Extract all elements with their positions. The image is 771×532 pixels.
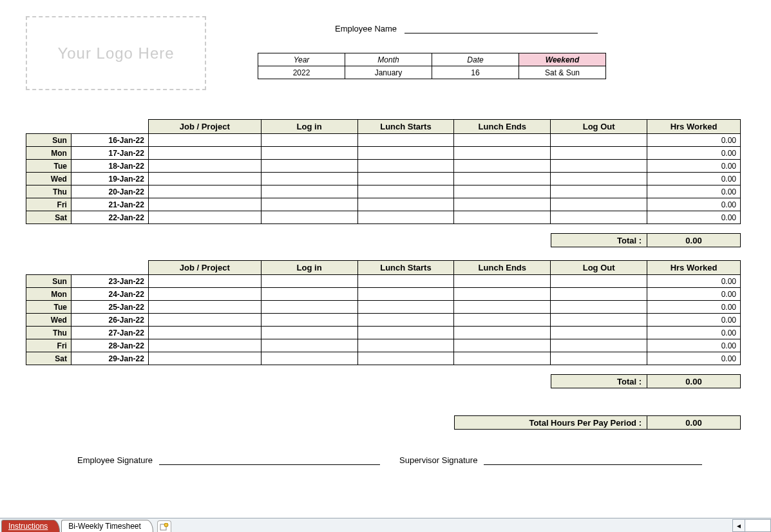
chevron-left-icon: ◄ [736, 522, 742, 529]
job-cell[interactable] [148, 314, 261, 327]
lunch-end-cell[interactable] [454, 134, 551, 147]
lunch-end-cell[interactable] [454, 314, 551, 327]
logo-placeholder: Your Logo Here [26, 16, 206, 90]
lunch-end-cell[interactable] [454, 327, 551, 339]
new-sheet-icon [160, 523, 169, 531]
logout-cell[interactable] [551, 173, 647, 185]
logout-cell[interactable] [551, 301, 647, 314]
table-row: Wed19-Jan-220.00 [26, 173, 741, 185]
job-cell[interactable] [148, 288, 261, 301]
logout-cell[interactable] [551, 147, 647, 160]
lunch-end-cell[interactable] [454, 275, 551, 288]
lunch-end-cell[interactable] [454, 352, 551, 365]
scroll-left-button[interactable]: ◄ [732, 519, 745, 532]
employee-signature-label: Employee Signature [77, 455, 153, 465]
job-cell[interactable] [148, 211, 261, 224]
logout-cell[interactable] [551, 275, 647, 288]
lunch-end-cell[interactable] [454, 173, 551, 185]
lunch-start-cell[interactable] [357, 301, 454, 314]
lunch-start-cell[interactable] [357, 185, 454, 198]
login-cell[interactable] [261, 301, 357, 314]
hrs-worked-cell: 0.00 [647, 288, 741, 301]
login-cell[interactable] [261, 275, 357, 288]
lunch-end-cell[interactable] [454, 301, 551, 314]
logout-cell[interactable] [551, 327, 647, 339]
col-lunch-starts: Lunch Starts [357, 120, 454, 134]
login-cell[interactable] [261, 327, 357, 339]
login-cell[interactable] [261, 211, 357, 224]
tab-timesheet[interactable]: Bi-Weekly Timesheet [61, 520, 153, 532]
hrs-worked-cell: 0.00 [647, 147, 741, 160]
lunch-start-cell[interactable] [357, 173, 454, 185]
logout-cell[interactable] [551, 198, 647, 211]
lunch-start-cell[interactable] [357, 327, 454, 339]
lunch-end-cell[interactable] [454, 211, 551, 224]
lunch-start-cell[interactable] [357, 352, 454, 365]
login-cell[interactable] [261, 134, 357, 147]
job-cell[interactable] [148, 147, 261, 160]
day-cell: Tue [26, 301, 71, 314]
logout-cell[interactable] [551, 160, 647, 173]
login-cell[interactable] [261, 173, 357, 185]
logout-cell[interactable] [551, 134, 647, 147]
login-cell[interactable] [261, 352, 357, 365]
lunch-end-cell[interactable] [454, 198, 551, 211]
employee-signature-line[interactable] [159, 456, 380, 465]
date-cell: 23-Jan-22 [71, 275, 148, 288]
add-sheet-button[interactable] [157, 520, 171, 532]
logout-cell[interactable] [551, 288, 647, 301]
scroll-track[interactable] [745, 519, 771, 532]
logout-cell[interactable] [551, 352, 647, 365]
lunch-end-cell[interactable] [454, 147, 551, 160]
col-hrs-worked: Hrs Worked [647, 261, 741, 275]
info-value-year[interactable]: 2022 [258, 66, 345, 79]
tab-instructions[interactable]: Instructions [1, 520, 60, 532]
login-cell[interactable] [261, 185, 357, 198]
job-cell[interactable] [148, 301, 261, 314]
date-cell: 26-Jan-22 [71, 314, 148, 327]
job-cell[interactable] [148, 185, 261, 198]
login-cell[interactable] [261, 147, 357, 160]
login-cell[interactable] [261, 198, 357, 211]
lunch-end-cell[interactable] [454, 185, 551, 198]
employee-name-line[interactable] [405, 24, 598, 33]
lunch-start-cell[interactable] [357, 314, 454, 327]
lunch-start-cell[interactable] [357, 134, 454, 147]
day-cell: Mon [26, 288, 71, 301]
info-value-month[interactable]: January [345, 66, 432, 79]
lunch-end-cell[interactable] [454, 339, 551, 352]
lunch-start-cell[interactable] [357, 160, 454, 173]
job-cell[interactable] [148, 173, 261, 185]
job-cell[interactable] [148, 339, 261, 352]
logout-cell[interactable] [551, 339, 647, 352]
table-row: Fri28-Jan-220.00 [26, 339, 741, 352]
job-cell[interactable] [148, 134, 261, 147]
lunch-end-cell[interactable] [454, 288, 551, 301]
logout-cell[interactable] [551, 211, 647, 224]
login-cell[interactable] [261, 160, 357, 173]
lunch-start-cell[interactable] [357, 198, 454, 211]
lunch-start-cell[interactable] [357, 275, 454, 288]
date-cell: 28-Jan-22 [71, 339, 148, 352]
lunch-start-cell[interactable] [357, 147, 454, 160]
lunch-start-cell[interactable] [357, 288, 454, 301]
login-cell[interactable] [261, 288, 357, 301]
info-value-date[interactable]: 16 [432, 66, 519, 79]
login-cell[interactable] [261, 314, 357, 327]
logout-cell[interactable] [551, 314, 647, 327]
job-cell[interactable] [148, 352, 261, 365]
job-cell[interactable] [148, 198, 261, 211]
date-cell: 17-Jan-22 [71, 147, 148, 160]
logout-cell[interactable] [551, 185, 647, 198]
login-cell[interactable] [261, 339, 357, 352]
table-row: Sun16-Jan-220.00 [26, 134, 741, 147]
lunch-end-cell[interactable] [454, 160, 551, 173]
supervisor-signature-line[interactable] [484, 456, 702, 465]
job-cell[interactable] [148, 275, 261, 288]
lunch-start-cell[interactable] [357, 211, 454, 224]
job-cell[interactable] [148, 160, 261, 173]
info-value-weekend[interactable]: Sat & Sun [519, 66, 606, 79]
lunch-start-cell[interactable] [357, 339, 454, 352]
table-row: Thu27-Jan-220.00 [26, 327, 741, 339]
job-cell[interactable] [148, 327, 261, 339]
